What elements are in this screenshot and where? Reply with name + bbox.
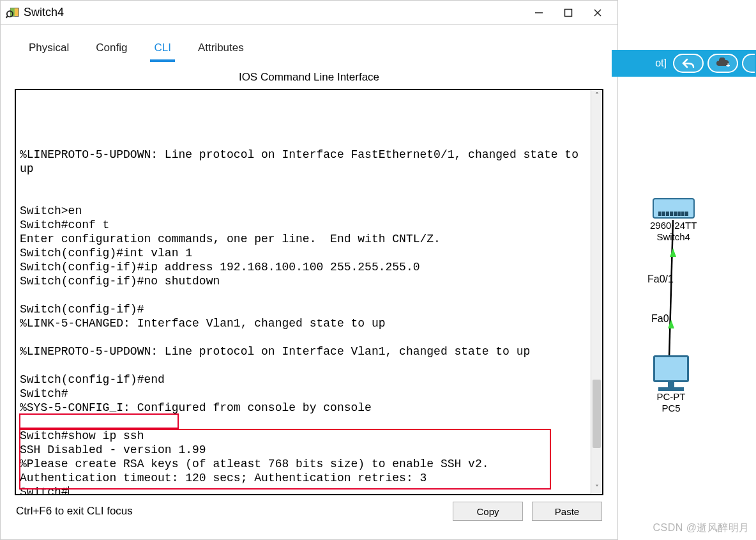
terminal-line	[20, 330, 587, 344]
toolbar-partial-button[interactable]	[742, 54, 755, 73]
pc-model-label: PC-PT	[649, 391, 693, 403]
copy-button[interactable]: Copy	[453, 502, 523, 521]
terminal-line: Switch#show ip ssh	[20, 429, 587, 443]
maximize-button[interactable]	[554, 3, 583, 22]
terminal-line: Switch(config-if)#ip address 192.168.100…	[20, 260, 587, 274]
terminal-line: Switch>en	[20, 204, 587, 218]
tab-bar: Physical Config CLI Attributes	[15, 34, 603, 59]
terminal-line: Switch#	[20, 485, 587, 494]
scroll-up-icon[interactable]: ˄	[591, 90, 602, 102]
scroll-track[interactable]	[591, 102, 602, 482]
terminal-line: Switch(config)#int vlan 1	[20, 246, 587, 260]
terminal-line	[20, 190, 587, 204]
tab-physical[interactable]: Physical	[21, 38, 77, 57]
terminal-line	[20, 176, 587, 190]
terminal-line: %SYS-5-CONFIG_I: Configured from console…	[20, 401, 587, 415]
svg-marker-10	[670, 248, 676, 257]
tab-config[interactable]: Config	[88, 38, 135, 57]
pc-icon	[649, 355, 693, 391]
cli-hint: Ctrl+F6 to exit CLI focus	[16, 505, 444, 518]
terminal-line: Switch#	[20, 387, 587, 401]
minimize-button[interactable]	[524, 3, 554, 22]
watermark: CSDN @逝风醉明月	[653, 521, 750, 535]
terminal-line: %LINK-5-CHANGED: Interface Vlan1, change…	[20, 316, 587, 330]
svg-rect-5	[565, 9, 572, 16]
topology-area[interactable]: 2960-24TT Switch4 Fa0/1 Fa0 PC-PT PC5	[618, 192, 756, 540]
window-content: Physical Config CLI Attributes IOS Comma…	[1, 25, 617, 521]
switch-model-label: 2960-24TT	[650, 220, 697, 231]
port-label-top: Fa0/1	[647, 274, 674, 285]
terminal-line: Switch(config-if)#no shutdown	[20, 274, 587, 288]
terminal-line: Switch(config-if)#	[20, 302, 587, 316]
undo-button[interactable]	[673, 54, 704, 73]
terminal-line: %LINEPROTO-5-UPDOWN: Line protocol on In…	[20, 344, 587, 359]
cli-bottom-row: Ctrl+F6 to exit CLI focus Copy Paste	[15, 495, 603, 521]
switch-icon	[653, 198, 695, 219]
magnifier-box-icon	[6, 6, 20, 20]
terminal-line: %Please create RSA keys (of atleast 768 …	[20, 457, 587, 471]
titlebar[interactable]: Switch4	[1, 1, 617, 25]
terminal-line: Switch(config-if)#end	[20, 373, 587, 387]
close-button[interactable]	[583, 3, 612, 22]
switch-name-label: Switch4	[650, 231, 697, 243]
paste-button[interactable]: Paste	[532, 502, 602, 521]
pc-name-label: PC5	[649, 403, 693, 414]
canvas-toolbar: ot] +	[612, 50, 756, 77]
cloud-add-button[interactable]: +	[707, 54, 738, 73]
svg-line-3	[6, 16, 7, 17]
terminal-container: %LINEPROTO-5-UPDOWN: Line protocol on In…	[15, 89, 603, 495]
workspace-canvas[interactable]: ot] + 2960-24TT Switch4 Fa0/1 Fa0	[618, 0, 756, 540]
cli-header: IOS Command Line Interface	[15, 71, 603, 84]
terminal-line: %LINEPROTO-5-UPDOWN: Line protocol on In…	[20, 148, 587, 176]
switch-device[interactable]: 2960-24TT Switch4	[650, 198, 697, 243]
terminal-line	[20, 415, 587, 429]
cli-terminal[interactable]: %LINEPROTO-5-UPDOWN: Line protocol on In…	[16, 90, 591, 494]
cursor-icon	[68, 486, 69, 494]
scroll-down-icon[interactable]: ˅	[591, 482, 602, 494]
terminal-line: Enter configuration commands, one per li…	[20, 232, 587, 246]
terminal-line	[20, 359, 587, 373]
device-window: Switch4 Physical Config CLI Attributes I…	[0, 0, 618, 540]
scroll-thumb[interactable]	[593, 380, 601, 448]
tab-attributes[interactable]: Attributes	[190, 38, 252, 57]
terminal-line: SSH Disabled - version 1.99	[20, 443, 587, 457]
terminal-line: Authentication timeout: 120 secs; Authen…	[20, 471, 587, 485]
port-label-bottom: Fa0	[651, 313, 669, 325]
pc-device[interactable]: PC-PT PC5	[649, 355, 693, 414]
window-title: Switch4	[24, 6, 524, 19]
toolbar-text-remnant: ot]	[655, 58, 667, 69]
tab-cli[interactable]: CLI	[146, 38, 178, 57]
svg-text:+: +	[726, 61, 730, 69]
terminal-line: Switch#conf t	[20, 218, 587, 232]
terminal-line	[20, 288, 587, 302]
terminal-scrollbar[interactable]: ˄ ˅	[591, 90, 602, 494]
